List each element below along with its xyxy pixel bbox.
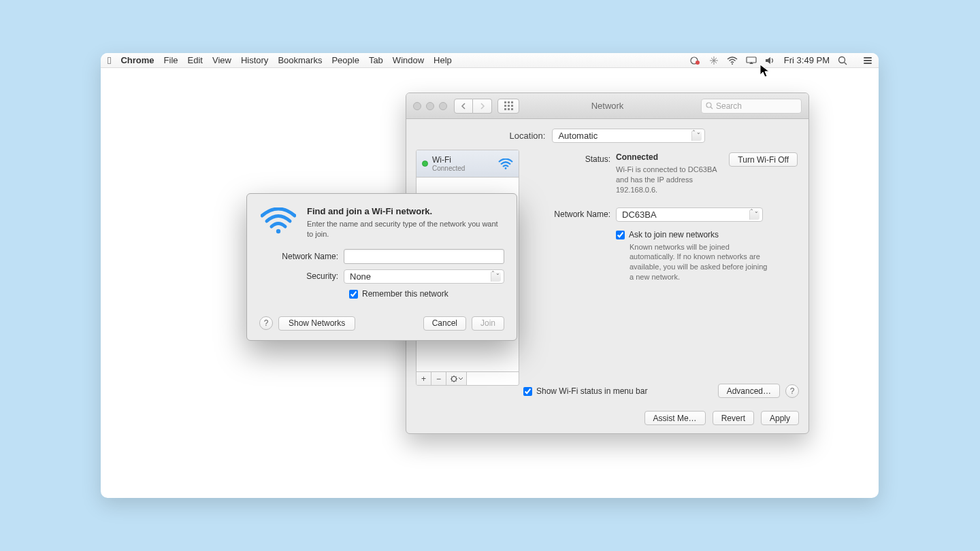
dialog-help-icon[interactable]: ? — [259, 316, 273, 330]
network-name-value: DC63BA — [622, 210, 657, 220]
back-button[interactable] — [454, 99, 473, 114]
dialog-network-name-label: Network Name: — [259, 252, 344, 261]
dialog-title: Find and join a Wi-Fi network. — [307, 206, 504, 216]
zoom-traffic-light[interactable] — [439, 102, 447, 110]
prefs-search-input[interactable]: Search — [701, 99, 802, 114]
svg-rect-3 — [747, 57, 756, 63]
prefs-search-placeholder: Search — [716, 101, 742, 111]
svg-point-1 — [696, 61, 700, 65]
menu-edit[interactable]: Edit — [188, 55, 203, 65]
menubar-clock[interactable]: Fri 3:49 PM — [784, 55, 830, 65]
mouse-cursor-icon — [760, 64, 772, 79]
close-traffic-light[interactable] — [413, 102, 421, 110]
interface-actions-button[interactable] — [446, 372, 467, 385]
menu-people[interactable]: People — [331, 55, 359, 65]
help-icon[interactable]: ? — [785, 384, 799, 398]
svg-point-9 — [451, 376, 456, 381]
window-titlebar: Network Search — [406, 93, 808, 119]
wifi-large-icon — [259, 206, 297, 239]
sync-icon[interactable] — [709, 56, 719, 65]
notification-center-icon[interactable] — [864, 57, 872, 64]
status-dot-icon — [422, 161, 428, 167]
menu-window[interactable]: Window — [393, 55, 424, 65]
show-status-checkbox[interactable] — [523, 387, 532, 396]
revert-button[interactable]: Revert — [713, 411, 754, 425]
show-status-label: Show Wi-Fi status in menu bar — [536, 386, 647, 396]
remember-network-checkbox[interactable] — [349, 290, 358, 299]
menu-view[interactable]: View — [212, 55, 231, 65]
menu-file[interactable]: File — [164, 55, 178, 65]
add-interface-button[interactable]: + — [416, 372, 431, 385]
minimize-traffic-light[interactable] — [426, 102, 434, 110]
remove-interface-button[interactable]: − — [431, 372, 446, 385]
ask-join-label: Ask to join new networks — [629, 230, 719, 239]
svg-line-7 — [710, 107, 713, 109]
svg-point-4 — [839, 56, 845, 63]
apple-menu-icon[interactable]:  — [108, 54, 111, 66]
apply-button[interactable]: Apply — [761, 411, 799, 425]
app-name[interactable]: Chrome — [120, 55, 154, 65]
forward-button[interactable] — [473, 99, 492, 114]
network-name-label: Network Name: — [526, 207, 616, 219]
dialog-security-value: None — [350, 271, 371, 282]
menu-history[interactable]: History — [241, 55, 268, 65]
cancel-button[interactable]: Cancel — [423, 316, 466, 331]
svg-point-8 — [505, 167, 507, 169]
location-select[interactable]: Automatic — [552, 129, 705, 143]
menu-bookmarks[interactable]: Bookmarks — [278, 55, 322, 65]
svg-line-5 — [845, 62, 847, 65]
location-value: Automatic — [558, 131, 598, 141]
svg-point-6 — [706, 103, 711, 107]
dialog-network-name-input[interactable] — [344, 249, 504, 264]
menu-help[interactable]: Help — [434, 55, 452, 65]
status-info: Wi-Fi is connected to DC63BA and has the… — [616, 165, 721, 195]
dialog-description: Enter the name and security type of the … — [307, 219, 504, 239]
volume-icon[interactable] — [765, 56, 776, 65]
ask-join-checkbox[interactable] — [616, 231, 625, 239]
location-label: Location: — [510, 131, 546, 141]
svg-point-10 — [276, 229, 280, 233]
sidebar-item-wifi[interactable]: Wi-Fi Connected — [416, 150, 519, 178]
remember-network-label: Remember this network — [362, 289, 448, 299]
menu-tab[interactable]: Tab — [369, 55, 383, 65]
status-circle-icon[interactable] — [690, 56, 701, 65]
ask-join-info: Known networks will be joined automatica… — [630, 242, 772, 282]
dialog-security-label: Security: — [259, 271, 344, 281]
turn-wifi-off-button[interactable]: Turn Wi-Fi Off — [729, 152, 798, 167]
status-label: Status: — [526, 152, 616, 164]
join-wifi-dialog: Find and join a Wi-Fi network. Enter the… — [246, 193, 517, 341]
show-all-button[interactable] — [497, 99, 519, 114]
desktop:  Chrome File Edit View History Bookmark… — [101, 53, 879, 498]
wifi-icon — [498, 158, 513, 169]
dialog-security-select[interactable]: None — [344, 269, 504, 284]
show-networks-button[interactable]: Show Networks — [278, 316, 355, 331]
svg-point-2 — [732, 63, 733, 65]
status-value: Connected — [616, 152, 721, 162]
advanced-button[interactable]: Advanced… — [718, 384, 780, 398]
sidebar-wifi-status: Connected — [432, 165, 494, 172]
airplay-icon[interactable] — [746, 56, 757, 65]
assist-me-button[interactable]: Assist Me… — [644, 411, 706, 425]
join-button[interactable]: Join — [472, 316, 504, 331]
spotlight-icon[interactable] — [838, 56, 847, 65]
sidebar-wifi-title: Wi-Fi — [432, 155, 494, 165]
wifi-menubar-icon[interactable] — [727, 56, 738, 65]
network-name-select[interactable]: DC63BA — [616, 207, 763, 222]
